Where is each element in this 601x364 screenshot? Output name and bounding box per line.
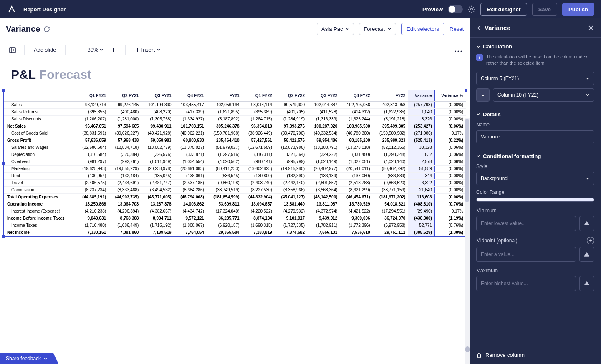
table-header[interactable]: Q4 FY22: [340, 90, 372, 101]
table-cell: (0.76%): [434, 201, 466, 208]
table-row[interactable]: Cost of Goods Sold(38,831,591)(39,626,22…: [4, 130, 466, 137]
table-cell: (1,034,554): [174, 158, 207, 165]
color-range-label: Color Range: [476, 189, 594, 195]
table-header[interactable]: Q4 FY21: [174, 90, 207, 101]
scenario-selector[interactable]: Forecast: [359, 23, 396, 35]
table-row[interactable]: Depreciation(316,684)(320,384)(326,576)(…: [4, 151, 466, 158]
column-a-dropdown[interactable]: Column 5 (FY21): [476, 72, 594, 85]
panel-footer: Remove column: [470, 346, 601, 364]
report-table[interactable]: Q1 FY21Q2 FY21Q3 FY21Q4 FY21FY21Q1 FY22Q…: [4, 90, 466, 236]
table-row[interactable]: Income Before Income Taxes9,040,6318,768…: [4, 215, 466, 222]
table-header[interactable]: Q2 FY22: [275, 90, 307, 101]
table-header[interactable]: Q1 FY22: [242, 90, 275, 101]
resize-handle[interactable]: [2, 89, 5, 92]
table-row[interactable]: Gross Profit57,636,05957,968,43859,058,9…: [4, 137, 466, 144]
table-row[interactable]: Net Income7,330,1517,081,8607,189,5197,7…: [4, 229, 466, 236]
table-cell: (46,794,068): [174, 193, 207, 201]
zoom-in-icon[interactable]: [107, 43, 120, 57]
name-input[interactable]: [476, 130, 594, 143]
close-icon[interactable]: [588, 25, 594, 31]
style-dropdown[interactable]: Background: [476, 172, 594, 185]
add-slide-button[interactable]: Add slide: [30, 44, 60, 55]
resize-handle[interactable]: [2, 235, 5, 238]
table-cell: 9,572,121: [174, 215, 207, 222]
table-header[interactable]: FY22: [373, 90, 408, 101]
table-cell: 57,636,059: [76, 137, 109, 144]
insert-button[interactable]: Insert: [131, 44, 165, 55]
midpoint-input[interactable]: [476, 247, 576, 262]
table-cell: (1,334,927): [174, 115, 207, 123]
table-row[interactable]: Sales98,129,71399,276,145101,194,890103,…: [4, 101, 466, 108]
more-icon[interactable]: [453, 45, 464, 55]
table-cell: (13,278,018): [340, 144, 372, 151]
panel-toggle-icon[interactable]: [6, 43, 19, 57]
table-header[interactable]: Q3 FY22: [307, 90, 340, 101]
zoom-out-icon[interactable]: [71, 43, 84, 57]
svg-point-9: [458, 50, 459, 52]
outer-scrollbar[interactable]: [465, 60, 470, 353]
details-section: Details Name: [476, 105, 594, 147]
table-header[interactable]: Variance: [408, 90, 435, 101]
table-row[interactable]: Sales Returns(395,855)(400,480)(408,220)…: [4, 108, 466, 115]
table-cell: 0.17%: [434, 208, 466, 215]
table-header[interactable]: FY21: [207, 90, 242, 101]
page-title: Variance: [6, 24, 40, 34]
table-row[interactable]: Interest Income (Expense)(4,210,238)(4,2…: [4, 208, 466, 215]
cf-section-header[interactable]: Conditional formatting: [476, 153, 594, 159]
table-cell: 100,965,500: [340, 123, 372, 130]
calculation-section-header[interactable]: Calculation: [476, 43, 594, 50]
max-color-swatch[interactable]: [579, 276, 594, 291]
table-cell: 344: [408, 172, 435, 179]
table-row[interactable]: Commission(8,237,234)(8,333,468)(8,494,5…: [4, 186, 466, 193]
table-header[interactable]: Variance %: [434, 90, 466, 101]
table-row[interactable]: Marketing(19,625,943)(19,855,229)(20,238…: [4, 165, 466, 172]
table-cell: 7,330,151: [76, 229, 109, 236]
table-selection[interactable]: Q1 FY21Q2 FY21Q3 FY21Q4 FY21FY21Q1 FY22Q…: [3, 90, 466, 237]
table-header[interactable]: Q3 FY21: [141, 90, 174, 101]
table-row[interactable]: Travel(2,406,575)(2,434,691)(2,481,747)(…: [4, 179, 466, 186]
style-label: Style: [476, 163, 594, 169]
operator-box[interactable]: -: [476, 88, 490, 102]
back-icon[interactable]: [476, 25, 481, 30]
resize-handle[interactable]: [2, 162, 5, 165]
minimum-input[interactable]: [476, 216, 576, 231]
table-header[interactable]: Q2 FY21: [109, 90, 141, 101]
table-cell: 96,354,010: [242, 123, 275, 130]
table-cell: (525,413): [408, 137, 435, 144]
region-selector[interactable]: Asia Pac: [317, 23, 354, 35]
maximum-input[interactable]: [476, 276, 576, 291]
table-cell: (20,541,011): [340, 165, 372, 172]
table-cell: (19,855,229): [109, 165, 141, 172]
table-cell: 29,365,584: [207, 229, 242, 236]
add-midpoint-icon[interactable]: +: [587, 237, 594, 244]
min-color-swatch[interactable]: [579, 216, 594, 231]
details-section-header[interactable]: Details: [476, 111, 594, 118]
table-row[interactable]: Income Taxes(1,710,480)(1,686,449)(1,715…: [4, 222, 466, 229]
table-row[interactable]: Sales Discounts(1,266,207)(1,281,000)(1,…: [4, 115, 466, 123]
column-b-dropdown[interactable]: Column 10 (FY22): [493, 88, 594, 102]
remove-column-button[interactable]: Remove column: [476, 352, 594, 358]
share-feedback-button[interactable]: Share feedback: [0, 353, 58, 364]
table-header[interactable]: Q1 FY21: [76, 90, 109, 101]
gear-icon[interactable]: [468, 5, 475, 13]
preview-toggle[interactable]: [448, 5, 463, 13]
table-cell: (40,780,300): [340, 130, 372, 137]
table-row[interactable]: Rent(130,954)(132,484)(135,045)(138,061)…: [4, 172, 466, 179]
table-cell: 8,768,308: [109, 215, 141, 222]
zoom-level[interactable]: 80%: [86, 44, 105, 55]
exit-designer-button[interactable]: Exit designer: [480, 3, 527, 16]
table-row[interactable]: Salaries and Wages(12,686,504)(12,834,71…: [4, 144, 466, 151]
canvas[interactable]: P&L Forecast Q1 FY21Q2 FY21Q3 FY21Q4 FY2…: [0, 60, 470, 364]
table-row[interactable]: Overhead(981,297)(992,761)(1,011,949)(1,…: [4, 158, 466, 165]
table-header[interactable]: [4, 90, 76, 101]
table-cell: (8,621,299): [340, 186, 372, 193]
table-row[interactable]: Net Sales96,467,65197,594,66599,480,9111…: [4, 123, 466, 130]
table-row[interactable]: Operating Income13,250,86813,064,70313,2…: [4, 201, 466, 208]
mid-color-swatch[interactable]: [579, 247, 594, 262]
edit-selectors-button[interactable]: Edit selectors: [401, 23, 444, 35]
table-row[interactable]: Total Operating Expenses(44,385,191)(44,…: [4, 193, 466, 201]
reset-link[interactable]: Reset: [449, 26, 464, 32]
refresh-icon[interactable]: [43, 26, 50, 33]
publish-button[interactable]: Publish: [562, 3, 594, 16]
app-logo[interactable]: [7, 4, 17, 14]
